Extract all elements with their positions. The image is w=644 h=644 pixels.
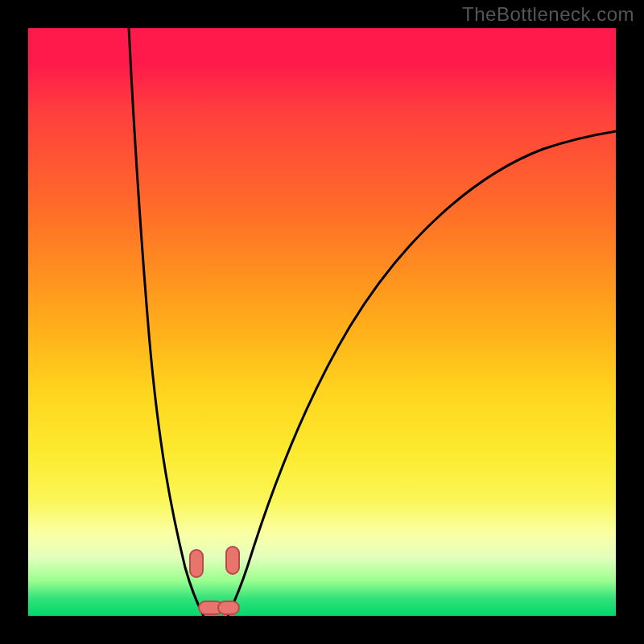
marker-bottom-right bbox=[218, 601, 239, 614]
curves-layer bbox=[28, 28, 616, 616]
marker-left-vertical bbox=[190, 550, 203, 577]
chart-root: TheBottleneck.com bbox=[0, 0, 644, 644]
plot-area bbox=[28, 28, 616, 616]
marker-right-vertical bbox=[226, 547, 239, 574]
curve-left bbox=[129, 28, 204, 616]
curve-right bbox=[228, 131, 616, 616]
watermark-text: TheBottleneck.com bbox=[462, 3, 634, 26]
